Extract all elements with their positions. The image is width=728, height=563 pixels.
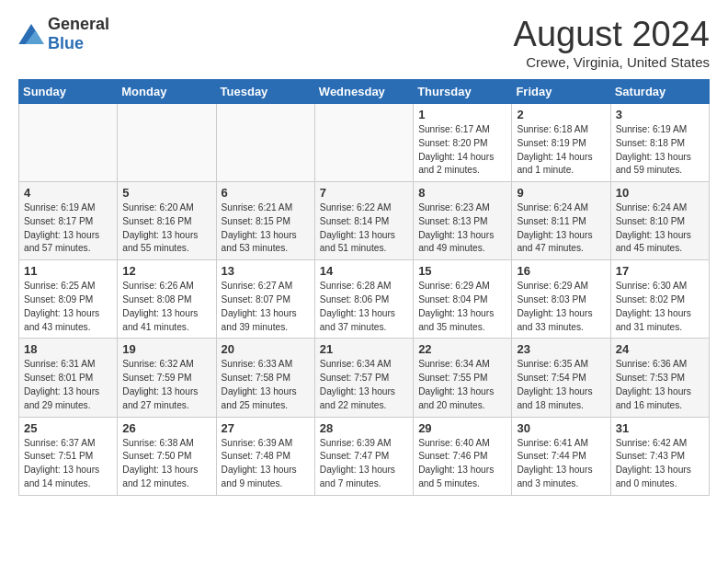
- day-info: Sunrise: 6:35 AM Sunset: 7:54 PM Dayligh…: [517, 358, 605, 412]
- day-cell: 30Sunrise: 6:41 AM Sunset: 7:44 PM Dayli…: [512, 417, 610, 495]
- day-number: 29: [418, 421, 506, 435]
- day-number: 23: [517, 342, 605, 356]
- day-cell: 5Sunrise: 6:20 AM Sunset: 8:16 PM Daylig…: [118, 182, 216, 260]
- day-info: Sunrise: 6:22 AM Sunset: 8:14 PM Dayligh…: [320, 201, 408, 256]
- day-cell: 6Sunrise: 6:21 AM Sunset: 8:15 PM Daylig…: [216, 182, 314, 260]
- day-number: 27: [222, 421, 310, 435]
- day-number: 14: [320, 264, 408, 278]
- logo-general: General: [48, 15, 109, 33]
- day-cell: 3Sunrise: 6:19 AM Sunset: 8:18 PM Daylig…: [610, 104, 709, 182]
- day-number: 10: [616, 186, 704, 200]
- day-info: Sunrise: 6:34 AM Sunset: 7:55 PM Dayligh…: [418, 358, 506, 412]
- day-cell: 19Sunrise: 6:32 AM Sunset: 7:59 PM Dayli…: [118, 339, 216, 417]
- day-info: Sunrise: 6:30 AM Sunset: 8:02 PM Dayligh…: [616, 280, 704, 334]
- week-row-3: 18Sunrise: 6:31 AM Sunset: 8:01 PM Dayli…: [19, 339, 710, 417]
- day-number: 28: [320, 421, 408, 435]
- day-info: Sunrise: 6:36 AM Sunset: 7:53 PM Dayligh…: [616, 358, 704, 412]
- day-number: 7: [320, 186, 408, 200]
- header: General Blue August 2024 Crewe, Virginia…: [18, 15, 710, 70]
- header-tuesday: Tuesday: [216, 80, 314, 104]
- title-area: August 2024 Crewe, Virginia, United Stat…: [514, 15, 710, 70]
- day-number: 6: [222, 186, 310, 200]
- week-row-1: 4Sunrise: 6:19 AM Sunset: 8:17 PM Daylig…: [19, 182, 710, 260]
- logo-blue: Blue: [48, 34, 84, 52]
- day-cell: 10Sunrise: 6:24 AM Sunset: 8:10 PM Dayli…: [610, 182, 709, 260]
- day-info: Sunrise: 6:26 AM Sunset: 8:08 PM Dayligh…: [122, 280, 210, 334]
- day-cell: 20Sunrise: 6:33 AM Sunset: 7:58 PM Dayli…: [216, 339, 314, 417]
- day-info: Sunrise: 6:24 AM Sunset: 8:10 PM Dayligh…: [616, 201, 704, 256]
- day-cell: 15Sunrise: 6:29 AM Sunset: 8:04 PM Dayli…: [414, 260, 512, 339]
- day-info: Sunrise: 6:34 AM Sunset: 7:57 PM Dayligh…: [320, 358, 408, 412]
- day-cell: 17Sunrise: 6:30 AM Sunset: 8:02 PM Dayli…: [610, 260, 709, 339]
- day-cell: 14Sunrise: 6:28 AM Sunset: 8:06 PM Dayli…: [314, 260, 413, 339]
- logo: General Blue: [18, 15, 109, 53]
- header-thursday: Thursday: [414, 80, 512, 104]
- day-number: 19: [122, 342, 210, 356]
- day-info: Sunrise: 6:24 AM Sunset: 8:11 PM Dayligh…: [517, 201, 605, 256]
- day-cell: 31Sunrise: 6:42 AM Sunset: 7:43 PM Dayli…: [610, 417, 709, 495]
- day-number: 12: [122, 264, 210, 278]
- day-info: Sunrise: 6:25 AM Sunset: 8:09 PM Dayligh…: [24, 280, 112, 334]
- day-cell: 26Sunrise: 6:38 AM Sunset: 7:50 PM Dayli…: [118, 417, 216, 495]
- day-number: 18: [24, 342, 112, 356]
- day-number: 13: [222, 264, 310, 278]
- day-info: Sunrise: 6:31 AM Sunset: 8:01 PM Dayligh…: [24, 358, 112, 412]
- day-number: 2: [517, 108, 605, 121]
- day-cell: 23Sunrise: 6:35 AM Sunset: 7:54 PM Dayli…: [512, 339, 610, 417]
- header-sunday: Sunday: [19, 80, 118, 104]
- day-number: 25: [24, 421, 112, 435]
- day-info: Sunrise: 6:41 AM Sunset: 7:44 PM Dayligh…: [517, 437, 605, 491]
- day-info: Sunrise: 6:19 AM Sunset: 8:17 PM Dayligh…: [24, 201, 112, 256]
- week-row-0: 1Sunrise: 6:17 AM Sunset: 8:20 PM Daylig…: [19, 104, 710, 182]
- day-cell: 1Sunrise: 6:17 AM Sunset: 8:20 PM Daylig…: [414, 104, 512, 182]
- day-cell: 27Sunrise: 6:39 AM Sunset: 7:48 PM Dayli…: [216, 417, 314, 495]
- day-info: Sunrise: 6:18 AM Sunset: 8:19 PM Dayligh…: [517, 123, 605, 178]
- day-number: 1: [418, 108, 506, 121]
- header-monday: Monday: [118, 80, 216, 104]
- day-info: Sunrise: 6:42 AM Sunset: 7:43 PM Dayligh…: [616, 437, 704, 491]
- day-info: Sunrise: 6:37 AM Sunset: 7:51 PM Dayligh…: [24, 437, 112, 491]
- day-info: Sunrise: 6:39 AM Sunset: 7:48 PM Dayligh…: [222, 437, 310, 491]
- day-cell: 24Sunrise: 6:36 AM Sunset: 7:53 PM Dayli…: [610, 339, 709, 417]
- day-cell: 7Sunrise: 6:22 AM Sunset: 8:14 PM Daylig…: [314, 182, 413, 260]
- day-number: 3: [616, 108, 704, 121]
- day-info: Sunrise: 6:29 AM Sunset: 8:04 PM Dayligh…: [418, 280, 506, 334]
- calendar: SundayMondayTuesdayWednesdayThursdayFrid…: [18, 79, 710, 496]
- month-title: August 2024: [514, 15, 710, 54]
- day-info: Sunrise: 6:32 AM Sunset: 7:59 PM Dayligh…: [122, 358, 210, 412]
- day-cell: 8Sunrise: 6:23 AM Sunset: 8:13 PM Daylig…: [414, 182, 512, 260]
- day-info: Sunrise: 6:28 AM Sunset: 8:06 PM Dayligh…: [320, 280, 408, 334]
- day-number: 31: [616, 421, 704, 435]
- days-header-row: SundayMondayTuesdayWednesdayThursdayFrid…: [19, 80, 710, 104]
- day-cell: 22Sunrise: 6:34 AM Sunset: 7:55 PM Dayli…: [414, 339, 512, 417]
- day-cell: 25Sunrise: 6:37 AM Sunset: 7:51 PM Dayli…: [19, 417, 118, 495]
- day-cell: 28Sunrise: 6:39 AM Sunset: 7:47 PM Dayli…: [314, 417, 413, 495]
- day-number: 4: [24, 186, 112, 200]
- day-number: 8: [418, 186, 506, 200]
- day-info: Sunrise: 6:38 AM Sunset: 7:50 PM Dayligh…: [122, 437, 210, 491]
- logo-icon: [18, 24, 44, 44]
- day-info: Sunrise: 6:21 AM Sunset: 8:15 PM Dayligh…: [222, 201, 310, 256]
- day-cell: 11Sunrise: 6:25 AM Sunset: 8:09 PM Dayli…: [19, 260, 118, 339]
- day-info: Sunrise: 6:40 AM Sunset: 7:46 PM Dayligh…: [418, 437, 506, 491]
- day-info: Sunrise: 6:39 AM Sunset: 7:47 PM Dayligh…: [320, 437, 408, 491]
- day-number: 11: [24, 264, 112, 278]
- day-cell: [216, 104, 314, 182]
- day-number: 9: [517, 186, 605, 200]
- day-cell: 2Sunrise: 6:18 AM Sunset: 8:19 PM Daylig…: [512, 104, 610, 182]
- day-info: Sunrise: 6:17 AM Sunset: 8:20 PM Dayligh…: [418, 123, 506, 178]
- day-info: Sunrise: 6:33 AM Sunset: 7:58 PM Dayligh…: [222, 358, 310, 412]
- day-info: Sunrise: 6:29 AM Sunset: 8:03 PM Dayligh…: [517, 280, 605, 334]
- day-number: 21: [320, 342, 408, 356]
- day-cell: 9Sunrise: 6:24 AM Sunset: 8:11 PM Daylig…: [512, 182, 610, 260]
- day-info: Sunrise: 6:27 AM Sunset: 8:07 PM Dayligh…: [222, 280, 310, 334]
- day-cell: 16Sunrise: 6:29 AM Sunset: 8:03 PM Dayli…: [512, 260, 610, 339]
- day-number: 5: [122, 186, 210, 200]
- day-number: 24: [616, 342, 704, 356]
- week-row-2: 11Sunrise: 6:25 AM Sunset: 8:09 PM Dayli…: [19, 260, 710, 339]
- day-cell: [118, 104, 216, 182]
- day-cell: 21Sunrise: 6:34 AM Sunset: 7:57 PM Dayli…: [314, 339, 413, 417]
- day-number: 22: [418, 342, 506, 356]
- day-number: 20: [222, 342, 310, 356]
- location-title: Crewe, Virginia, United States: [514, 54, 710, 70]
